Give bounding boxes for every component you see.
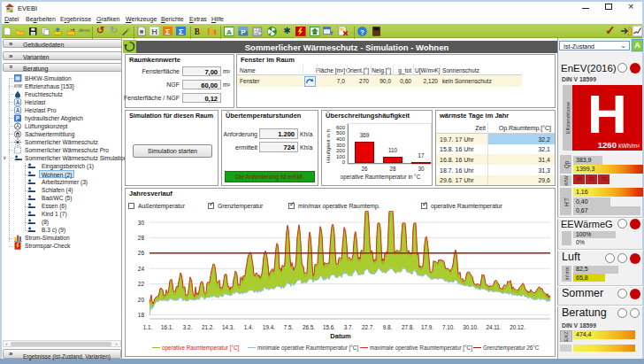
svg-text:?: ? xyxy=(360,27,364,35)
svg-text:A: A xyxy=(16,99,20,105)
svg-text:Σ: Σ xyxy=(165,27,171,36)
svg-text:Σ: Σ xyxy=(179,27,184,36)
svg-text:P: P xyxy=(16,115,20,121)
svg-text:A: A xyxy=(16,107,20,113)
svg-text:H: H xyxy=(151,27,157,36)
svg-text:A: A xyxy=(226,27,232,35)
svg-text:P: P xyxy=(241,28,246,36)
